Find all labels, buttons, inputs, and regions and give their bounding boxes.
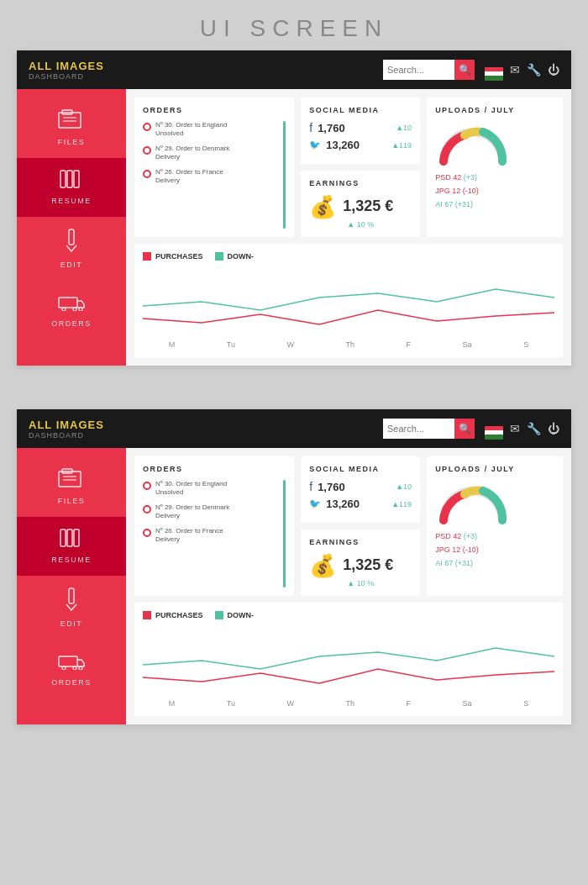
chart-svg-1 <box>143 264 554 335</box>
facebook-icon-2: f <box>309 480 312 493</box>
uploads-list-2: PSD 42 (+3) JPG 12 (-10) AI 67 (+31) <box>435 529 554 571</box>
top-row-2: ORDERS Nº 30. Order to EnglandUnsolved N… <box>134 456 563 596</box>
legend-purchases-2: PURCHASES <box>143 611 203 619</box>
main-content-1: FILES RESUME <box>17 89 571 366</box>
purchases-label-1: PURCHASES <box>155 252 203 261</box>
chart-card-1: PURCHASES DOWN- M Tu W <box>134 244 563 357</box>
app-subtitle: DASHBOARD <box>29 72 383 81</box>
flag-icon-2 <box>485 419 503 440</box>
chart-label-th-1: Th <box>346 340 355 349</box>
orders-icon-1 <box>58 292 85 316</box>
search-input-1[interactable] <box>383 60 454 80</box>
svg-rect-20 <box>59 656 77 666</box>
sidebar-item-files-1[interactable]: FILES <box>17 97 126 158</box>
social-title-1: SOCIAL MEDIA <box>309 106 412 114</box>
order-text-2-2: Nº 29. Order to DenmarkDelivery <box>155 503 229 521</box>
facebook-count-2: 1,760 <box>318 481 391 493</box>
uploads-ai-1: AI 67 (+31) <box>435 198 554 211</box>
chart-label-w-1: W <box>287 340 295 349</box>
top-row-1: ORDERS Nº 30. Order to EnglandUnsolved N… <box>134 97 563 237</box>
search-input-2[interactable] <box>383 419 454 439</box>
facebook-count-1: 1,760 <box>318 122 391 134</box>
uploads-list-1: PSD 42 (+3) JPG 12 (-10) AI 67 (+31) <box>435 171 554 212</box>
orders-title-2: ORDERS <box>143 465 286 473</box>
power-icon-1[interactable]: ⏻ <box>548 63 559 76</box>
sidebar-item-edit-2[interactable]: EDIT <box>17 576 126 640</box>
svg-rect-19 <box>69 588 74 603</box>
sidebar-item-resume-1[interactable]: RESUME <box>17 158 126 217</box>
chart-legend-1: PURCHASES DOWN- <box>143 252 554 261</box>
chart-label-s-1: S <box>523 340 528 349</box>
social-earnings-block-1: SOCIAL MEDIA f 1,760 ▲10 🐦 13,260 ▲119 <box>301 97 420 237</box>
earnings-amount-2: 1,325 € <box>343 556 393 574</box>
search-button-2[interactable]: 🔍 <box>454 419 475 439</box>
resume-label-2: RESUME <box>51 556 92 564</box>
app-title: ALL IMAGES <box>29 60 383 72</box>
earnings-card-2: EARNINGS 💰 1,325 € ▲ 10 % <box>301 529 420 596</box>
legend-down-1: DOWN- <box>215 252 255 261</box>
sidebar-item-resume-2[interactable]: RESUME <box>17 517 126 576</box>
chart-labels-1: M Tu W Th F Sa S <box>143 340 554 349</box>
sidebar-item-orders-1[interactable]: ORDERS <box>17 281 126 340</box>
settings-icon-2[interactable]: 🔧 <box>527 422 541 435</box>
svg-point-23 <box>79 666 82 670</box>
flag-icon-1 <box>485 60 503 81</box>
order-text-2-1: Nº 30. Order to EnglandUnsolved <box>155 480 227 498</box>
chart-label-w-2: W <box>287 699 295 708</box>
app-subtitle-2: DASHBOARD <box>29 431 383 440</box>
sidebar-1: FILES RESUME <box>17 89 126 366</box>
dashboard-2: ALL IMAGES DASHBOARD 🔍 ✉ 🔧 ⏻ <box>17 409 571 724</box>
orders-title-1: ORDERS <box>143 106 286 114</box>
header-icons-1: ✉ 🔧 ⏻ <box>485 60 559 81</box>
order-dot-2-3 <box>143 529 151 537</box>
chart-card-2: PURCHASES DOWN- M Tu W Th F <box>134 603 563 716</box>
mail-icon-1[interactable]: ✉ <box>510 63 520 76</box>
header-title-block-2: ALL IMAGES DASHBOARD <box>29 419 383 440</box>
purchases-dot-1 <box>143 252 151 261</box>
mail-icon-2[interactable]: ✉ <box>510 422 520 435</box>
order-text-1: Nº 30. Order to EnglandUnsolved <box>155 121 227 139</box>
earnings-title-1: EARNINGS <box>309 179 412 187</box>
settings-icon-1[interactable]: 🔧 <box>527 63 541 76</box>
uploads-jpg-2: JPG 12 (-10) <box>435 543 554 556</box>
purchases-dot-2 <box>143 611 151 619</box>
chart-label-f-1: F <box>407 340 412 349</box>
order-item-2-2: Nº 29. Order to DenmarkDelivery <box>143 503 278 521</box>
order-item-2-3: Nº 26. Order to FranceDelivery <box>143 527 278 545</box>
earnings-icon-2: 💰 <box>309 553 336 579</box>
resume-icon-2 <box>60 529 83 552</box>
main-content-2: FILES RESUME <box>17 448 571 724</box>
earnings-title-2: EARNINGS <box>309 538 412 546</box>
chart-label-th-2: Th <box>346 699 355 708</box>
sidebar-2: FILES RESUME <box>17 448 126 724</box>
app-title-2: ALL IMAGES <box>29 419 383 431</box>
sidebar-item-orders-2[interactable]: ORDERS <box>17 640 126 698</box>
power-icon-2[interactable]: ⏻ <box>548 422 559 435</box>
facebook-row-1: f 1,760 ▲10 <box>309 121 412 134</box>
order-bar-2 <box>283 480 286 587</box>
svg-rect-7 <box>69 229 74 245</box>
twitter-count-1: 13,260 <box>326 139 386 151</box>
social-earnings-block-2: SOCIAL MEDIA f 1,760 ▲10 🐦 13,260 ▲119 <box>301 456 420 596</box>
twitter-icon-1: 🐦 <box>309 140 321 150</box>
facebook-icon-1: f <box>309 121 312 134</box>
header-icons-2: ✉ 🔧 ⏻ <box>485 419 559 440</box>
down-label-2: DOWN- <box>228 611 255 619</box>
social-card-2: SOCIAL MEDIA f 1,760 ▲10 🐦 13,260 ▲119 <box>301 456 420 523</box>
order-text-3: Nº 26. Order to FranceDelivery <box>155 168 223 186</box>
twitter-icon-2: 🐦 <box>309 498 321 509</box>
order-dot-3 <box>143 170 151 178</box>
orders-icon-2 <box>58 651 85 675</box>
chart-label-sa-1: Sa <box>463 340 472 349</box>
orders-label-1: ORDERS <box>51 319 92 328</box>
earnings-change-2: ▲ 10 % <box>309 579 412 587</box>
sidebar-item-files-2[interactable]: FILES <box>17 456 126 517</box>
sidebar-item-edit-1[interactable]: EDIT <box>17 217 126 281</box>
chart-labels-2: M Tu W Th F Sa S <box>143 699 554 708</box>
facebook-change-1: ▲10 <box>396 124 412 132</box>
chart-label-sa-2: Sa <box>463 699 472 708</box>
search-button-1[interactable]: 🔍 <box>454 60 475 80</box>
uploads-card-1: UPLOADS / JULY PSD 42 (+3) J <box>427 97 563 237</box>
order-item-3: Nº 26. Order to FranceDelivery <box>143 168 278 186</box>
edit-icon-2 <box>64 587 79 616</box>
